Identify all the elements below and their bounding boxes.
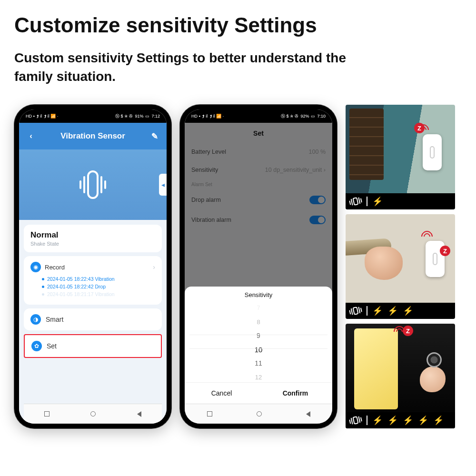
gear-icon: ✿ (31, 341, 42, 351)
device-hero: ◂ (19, 149, 167, 220)
clock-icon: ◉ (30, 262, 41, 272)
state-value: Normal (30, 230, 155, 240)
bolt-icon: ⚡ (372, 415, 383, 426)
recent-apps-icon[interactable] (44, 411, 50, 416)
record-card[interactable]: ◉ Record › 2024-01-05 18:22:43 Vibration… (24, 256, 162, 305)
picker-option-selected[interactable]: 10 (185, 343, 332, 357)
set-label: Set (47, 342, 57, 350)
picker-option[interactable]: 7 (185, 301, 332, 315)
state-label: Shake State (30, 241, 155, 247)
page-subtitle: Custom sensitivity Settings to better un… (14, 49, 386, 86)
bolt-icon: ⚡ (403, 306, 413, 316)
bolt-icon: ⚡ (433, 415, 444, 426)
android-nav-bar (24, 404, 162, 424)
smart-label: Smart (46, 316, 63, 323)
bolt-icon: ⚡ (387, 306, 398, 316)
thumb-curtain: Z ⚡ (346, 105, 455, 209)
bolt-icon: ⚡ (387, 415, 398, 426)
thumb-safe: Z ⚡ ⚡ ⚡ ⚡ ⚡ (346, 324, 455, 428)
record-entry: 2024-01-05 18:22:42 Drop (42, 284, 155, 289)
home-icon[interactable] (257, 411, 262, 416)
bolt-icon: ⚡ (372, 306, 383, 316)
thumb-door-handle: Z ⚡ ⚡ ⚡ (346, 214, 455, 319)
picker-option[interactable]: 9 (185, 329, 332, 343)
drawer-handle-icon[interactable]: ◂ (159, 174, 167, 196)
sensor-device-icon (423, 134, 442, 170)
vibration-sensor-icon (79, 170, 106, 199)
confirm-button[interactable]: Confirm (258, 383, 332, 404)
record-entry: 2024-01-05 18:22:43 Vibration (42, 276, 155, 282)
state-card: Normal Shake State (24, 225, 162, 252)
android-nav-bar (185, 404, 332, 424)
phone-mockup-settings: HD ▪ ⮭il ⮭il 📶 · Ⓝ $ ✯ ✇92%▭ 7:10 Set Ba… (180, 105, 337, 428)
picker-option[interactable]: 11 (185, 357, 332, 370)
picker-wheel[interactable]: 7 8 9 10 11 12 13 (185, 301, 332, 382)
sensitivity-picker: Sensitivity 7 8 9 10 11 12 13 Cancel Con… (185, 287, 332, 404)
vibration-icon (349, 306, 363, 316)
chevron-right-icon: › (153, 263, 155, 271)
record-label: Record (45, 264, 65, 271)
bolt-icon: ⚡ (418, 415, 428, 426)
page-title: Customize sensitivity Settings (14, 13, 462, 37)
vibration-icon (349, 197, 363, 207)
bolt-icon: ⚡ (403, 415, 413, 426)
vibration-icon (349, 416, 363, 426)
recent-apps-icon[interactable] (207, 411, 212, 416)
cancel-button[interactable]: Cancel (185, 383, 258, 404)
edit-icon[interactable]: ✎ (149, 131, 160, 141)
picker-option[interactable]: 12 (185, 370, 332, 382)
bolt-icon: ⚡ (372, 196, 383, 207)
picker-title: Sensitivity (185, 291, 332, 298)
app-header: ‹ Vibration Sensor ✎ (19, 123, 167, 149)
set-row[interactable]: ✿ Set (24, 334, 162, 358)
back-nav-icon[interactable] (137, 411, 141, 417)
back-icon[interactable]: ‹ (26, 131, 36, 141)
back-nav-icon[interactable] (306, 411, 310, 417)
picker-option[interactable]: 8 (185, 315, 332, 329)
home-icon[interactable] (90, 411, 96, 416)
example-thumbnails: Z ⚡ Z ⚡ ⚡ ⚡ Z (346, 105, 455, 428)
signal-waves-icon (420, 231, 436, 241)
smart-icon: ◑ (30, 314, 41, 325)
smart-row[interactable]: ◑ Smart (24, 308, 162, 330)
header-title: Vibration Sensor (60, 131, 125, 141)
record-entry: 2024-01-05 18:21:17 Vibration (42, 291, 155, 297)
phone-mockup-main: HD ▪ ⮭il ⮭il 📶 · Ⓝ $ ✯ ✇91%▭ 7:12 ‹ Vibr… (14, 105, 171, 428)
